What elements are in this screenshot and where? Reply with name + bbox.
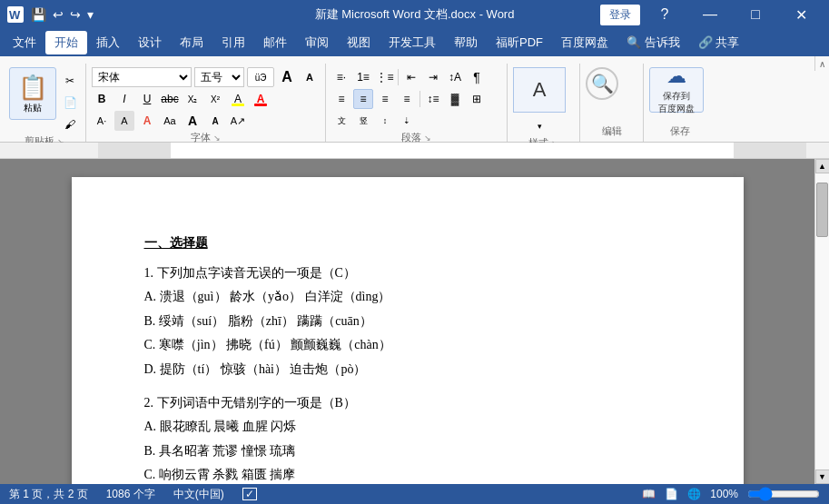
- save-cloud-button[interactable]: ☁ 保存到百度网盘: [649, 67, 704, 113]
- menu-home[interactable]: 开始: [45, 31, 87, 54]
- align-right-button[interactable]: ≡: [375, 89, 395, 109]
- menu-mailings[interactable]: 邮件: [254, 31, 296, 54]
- justify-button[interactable]: ≡: [397, 89, 417, 109]
- menu-design[interactable]: 设计: [129, 31, 171, 54]
- sort-button[interactable]: ↕A: [445, 67, 465, 87]
- scrollbar-thumb[interactable]: [816, 183, 828, 237]
- para-extra2[interactable]: ⇣: [397, 111, 417, 131]
- bold-button[interactable]: B: [92, 89, 112, 109]
- superscript-button[interactable]: X²: [205, 89, 225, 109]
- spelling-check-icon[interactable]: ✓: [242, 488, 257, 500]
- qat-more-button[interactable]: ▾: [85, 5, 95, 24]
- borders-button[interactable]: ⊞: [467, 89, 487, 109]
- vertical-scrollbar[interactable]: ▲ ▼: [814, 159, 829, 484]
- font-shrink-button[interactable]: A: [300, 67, 320, 87]
- help-button[interactable]: ?: [644, 0, 686, 29]
- para-expand-icon[interactable]: ↘: [424, 133, 431, 143]
- ruler-right: [806, 143, 821, 158]
- cut-button[interactable]: ✂: [60, 71, 80, 91]
- highlight-color-bar: [232, 104, 244, 106]
- menu-review[interactable]: 审阅: [296, 31, 338, 54]
- font-color-button[interactable]: A: [251, 89, 271, 109]
- save-group: ☁ 保存到百度网盘 保存: [644, 64, 716, 142]
- menu-developer[interactable]: 开发工具: [380, 31, 445, 54]
- paste-button[interactable]: 📋 粘贴: [9, 67, 56, 120]
- font-name-select[interactable]: 宋体 黑体 楷体: [92, 67, 192, 87]
- document-page[interactable]: 一、选择题 1. 下列加点字读音无误的一项是（C） A. 溃退（guì） 龄水（…: [72, 177, 744, 484]
- format-painter-button[interactable]: 🖌: [60, 114, 80, 134]
- bullet-list-button[interactable]: ≡·: [331, 67, 351, 87]
- document-scroll[interactable]: 一、选择题 1. 下列加点字读音无误的一项是（C） A. 溃退（guì） 龄水（…: [0, 159, 814, 484]
- subscript-button[interactable]: X₂: [183, 89, 202, 109]
- menu-layout[interactable]: 布局: [171, 31, 212, 54]
- copy-button[interactable]: 📄: [60, 93, 80, 113]
- maximize-button[interactable]: □: [735, 0, 776, 29]
- save-qat-button[interactable]: 💾: [29, 5, 48, 24]
- grow2-button[interactable]: A: [183, 111, 202, 131]
- para-extra1[interactable]: ↕: [375, 111, 395, 131]
- window-title: 新建 Microsoft Word 文档.docx - Word: [315, 6, 515, 23]
- menu-help[interactable]: 帮助: [445, 31, 487, 54]
- underline-button[interactable]: U: [137, 89, 157, 109]
- zoom-slider[interactable]: [747, 487, 820, 501]
- menu-references[interactable]: 引用: [212, 31, 254, 54]
- minimize-button[interactable]: —: [689, 0, 731, 29]
- save-cloud-label: 保存到百度网盘: [658, 90, 695, 115]
- shading-button[interactable]: ▓: [445, 89, 465, 109]
- view-print-button[interactable]: 📄: [665, 488, 678, 500]
- close-button[interactable]: ✕: [780, 0, 822, 29]
- font-expand-icon[interactable]: ↘: [213, 133, 221, 143]
- view-read-button[interactable]: 📖: [642, 488, 656, 500]
- redo-button[interactable]: ↪: [68, 5, 83, 24]
- menu-insert[interactable]: 插入: [87, 31, 129, 54]
- menu-foxitpdf[interactable]: 福昕PDF: [487, 31, 552, 54]
- font-color2-button[interactable]: A: [137, 111, 157, 131]
- shrink2-button[interactable]: A: [205, 111, 225, 131]
- menu-view[interactable]: 视图: [338, 31, 380, 54]
- cloud-icon: ☁: [666, 64, 686, 88]
- show-marks-button[interactable]: ¶: [467, 67, 487, 87]
- collapse-ribbon-button[interactable]: ∧: [814, 56, 829, 71]
- view-web-button[interactable]: 🌐: [687, 488, 701, 500]
- word-count: 1086 个字: [106, 487, 155, 502]
- align-left-button[interactable]: ≡: [331, 89, 351, 109]
- line-spacing-button[interactable]: ↕≡: [423, 89, 443, 109]
- menu-search[interactable]: 🔍 告诉我: [617, 31, 689, 54]
- char-shading-button[interactable]: A: [114, 111, 134, 131]
- highlight-button[interactable]: A: [228, 89, 248, 109]
- menu-share[interactable]: 🔗 共享: [689, 31, 749, 54]
- page-count: 第 1 页，共 2 页: [9, 487, 88, 502]
- style-normal-button[interactable]: A: [513, 67, 566, 113]
- numbered-list-button[interactable]: 1≡: [353, 67, 373, 87]
- scroll-up-button[interactable]: ▲: [815, 159, 830, 173]
- clipboard-group: 📋 粘贴 ✂ 📄 🖌 剪贴板 ↘: [4, 64, 86, 142]
- q2-option-b: B. 具名昭著 荒谬 憧憬 琉璃: [144, 440, 671, 464]
- strikethrough-button[interactable]: abc: [160, 89, 180, 109]
- menu-baiduyun[interactable]: 百度网盘: [552, 31, 617, 54]
- zoom-level: 100%: [710, 488, 738, 500]
- undo-button[interactable]: ↩: [51, 5, 65, 24]
- clipboard-content: 📋 粘贴 ✂ 📄 🖌: [9, 65, 80, 134]
- menu-file[interactable]: 文件: [4, 31, 45, 54]
- scrollbar-track: [815, 173, 829, 469]
- ruler-left-indent: [98, 143, 171, 158]
- aa-button[interactable]: Aa: [160, 111, 180, 131]
- align-center-button[interactable]: ≡: [353, 89, 373, 109]
- paragraph-content: ≡· 1≡ ⋮≡ ⇤ ⇥ ↕A ¶ ≡ ≡ ≡ ≡ ↕≡ ▓ ⊞: [331, 65, 487, 131]
- chinese-layout-button[interactable]: 文: [331, 111, 351, 131]
- multilevel-list-button[interactable]: ⋮≡: [375, 67, 395, 87]
- svg-text:W: W: [9, 8, 21, 22]
- search-button[interactable]: 🔍: [586, 67, 618, 100]
- login-button[interactable]: 登录: [600, 5, 640, 25]
- text-effect-button[interactable]: A·: [92, 111, 112, 131]
- font-size-select[interactable]: 五号 四号 三号 小四: [194, 67, 244, 87]
- clear-format-button[interactable]: A↗: [228, 111, 248, 131]
- font-grow-button[interactable]: A: [277, 67, 297, 87]
- decrease-indent-button[interactable]: ⇤: [401, 67, 421, 87]
- paste-label: 粘贴: [24, 102, 42, 114]
- scroll-down-button[interactable]: ▼: [815, 469, 830, 484]
- style-dropdown-button[interactable]: ▾: [529, 116, 549, 136]
- increase-indent-button[interactable]: ⇥: [423, 67, 443, 87]
- italic-button[interactable]: I: [114, 89, 134, 109]
- vertical-text-button[interactable]: 竖: [353, 111, 373, 131]
